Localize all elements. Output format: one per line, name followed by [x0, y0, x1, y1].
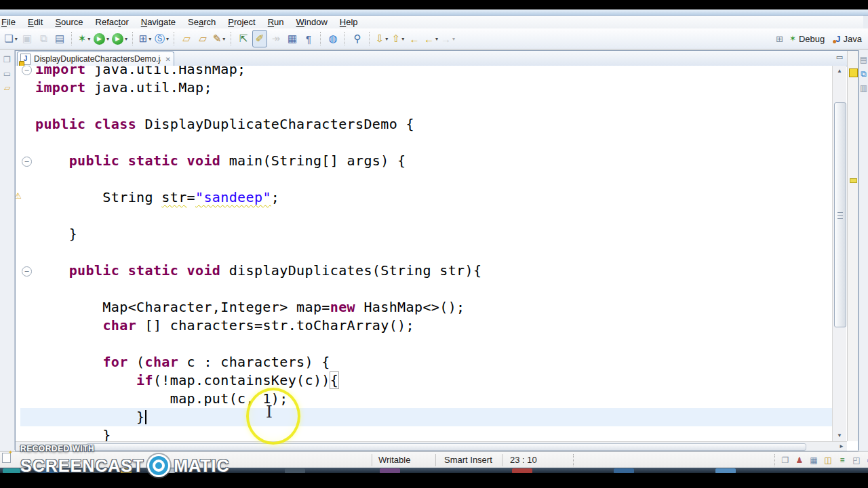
- run-last-button[interactable]: ▶▾: [111, 30, 128, 47]
- perspective-java-button[interactable]: J Java: [831, 31, 867, 47]
- right-fast-view-bar: ▤⧉▥: [859, 50, 868, 450]
- back-button[interactable]: ←▾: [423, 30, 439, 47]
- save-all-icon: ⧉: [40, 33, 47, 45]
- vertical-scrollbar-thumb[interactable]: [834, 102, 846, 327]
- console-icon[interactable]: ▭: [865, 455, 868, 466]
- forward-icon: →: [441, 33, 451, 45]
- table-view-icon[interactable]: ▦: [808, 455, 819, 466]
- menu-run[interactable]: Run: [262, 16, 290, 28]
- top-black-bar: [0, 0, 868, 9]
- open-editor-icon[interactable]: ◰: [851, 455, 862, 466]
- code-editor[interactable]: –––⚠ import java.util.HashMap;import jav…: [16, 66, 832, 441]
- open-web-browser-button[interactable]: ◍: [326, 30, 340, 47]
- menu-window[interactable]: Window: [290, 16, 334, 28]
- next-annotation-button[interactable]: ⇩▾: [374, 30, 389, 47]
- code-line-2: import java.util.Map;: [35, 79, 212, 97]
- dropdown-caret-icon[interactable]: ▾: [435, 36, 438, 42]
- previous-annotation-icon: ⇧: [392, 33, 401, 45]
- dropdown-caret-icon[interactable]: ▾: [166, 36, 169, 42]
- print-margin-icon[interactable]: ▤: [859, 55, 868, 64]
- annotate-button[interactable]: ✎▾: [212, 30, 226, 47]
- retarget-actions-button[interactable]: ↠: [269, 30, 283, 47]
- code-line-1: import java.util.HashMap;: [35, 66, 246, 79]
- save-all-button[interactable]: ⧉: [36, 30, 51, 47]
- dropdown-caret-icon[interactable]: ▾: [385, 36, 388, 42]
- dropdown-caret-icon[interactable]: ▾: [106, 36, 109, 42]
- code-line-10: }: [35, 225, 77, 243]
- debug-icon: ✶: [78, 33, 87, 45]
- warning-line-marker[interactable]: [850, 178, 857, 183]
- toolbar-separator: [344, 32, 346, 45]
- perspective-debug-button[interactable]: ✶ Debug: [785, 31, 829, 47]
- scroll-right-icon[interactable]: ►: [839, 442, 844, 451]
- show-whitespace-button[interactable]: ¶: [301, 30, 316, 47]
- dropdown-caret-icon[interactable]: ▾: [149, 36, 151, 42]
- overview-ruler[interactable]: [847, 51, 858, 441]
- dropdown-caret-icon[interactable]: ▾: [15, 36, 18, 42]
- save-button[interactable]: ▣: [20, 30, 35, 47]
- menu-bar: FileEditSourceRefactorNavigateSearchProj…: [0, 16, 863, 28]
- fold-collapse-icon[interactable]: –: [22, 157, 32, 167]
- show-selected-element-button[interactable]: ▦: [285, 30, 300, 47]
- document-view-icon[interactable]: ▥: [859, 83, 868, 93]
- last-edit-location-button[interactable]: ←: [407, 30, 422, 47]
- fast-view-icon[interactable]: ❐: [780, 455, 791, 466]
- menu-file[interactable]: File: [0, 16, 22, 28]
- previous-annotation-button[interactable]: ⇧▾: [391, 30, 406, 47]
- menu-source[interactable]: Source: [49, 16, 89, 28]
- horizontal-scrollbar[interactable]: ◄ ►: [16, 441, 847, 451]
- scroll-down-icon[interactable]: ▼: [833, 430, 846, 441]
- dropdown-caret-icon[interactable]: ▾: [87, 36, 90, 42]
- fold-collapse-icon[interactable]: –: [22, 66, 32, 75]
- menu-edit[interactable]: Edit: [22, 16, 49, 28]
- vertical-scrollbar[interactable]: ▲ ▼: [832, 66, 846, 441]
- open-perspective-icon[interactable]: ⊞: [776, 34, 783, 44]
- print-button[interactable]: ▤: [52, 30, 67, 47]
- menu-project[interactable]: Project: [222, 16, 261, 28]
- menu-search[interactable]: Search: [182, 16, 222, 28]
- open-type-button[interactable]: ▱: [179, 30, 194, 47]
- filters-icon[interactable]: ◫: [823, 455, 833, 466]
- tree-view-icon[interactable]: ≡: [837, 455, 848, 466]
- open-resource-button[interactable]: ▱: [195, 30, 210, 47]
- warning-summary-marker[interactable]: [849, 68, 858, 77]
- horizontal-scrollbar-thumb[interactable]: [86, 443, 806, 451]
- new-wizard-button[interactable]: ❏▾: [3, 30, 18, 47]
- editor-frame: J DisplayDuplicateCharactersDemo.java ✕ …: [15, 50, 859, 451]
- go-to-last-edit-button[interactable]: ⇱: [236, 30, 251, 47]
- status-bar: Writable Smart Insert 23 : 10 ❐♟▦◫≡◰▭: [0, 451, 868, 468]
- fold-collapse-icon[interactable]: –: [22, 266, 32, 277]
- editor-tab[interactable]: J DisplayDuplicateCharactersDemo.java ✕: [17, 52, 174, 66]
- new-java-project-button[interactable]: ⊞▾: [138, 30, 153, 47]
- restore-view-icon[interactable]: ❐: [0, 55, 14, 64]
- mark-occurrences-button[interactable]: ✐: [252, 30, 267, 47]
- tab-close-icon[interactable]: ✕: [165, 56, 171, 63]
- menu-refactor[interactable]: Refactor: [90, 16, 135, 28]
- external-tools-button[interactable]: Ⓢ▾: [154, 30, 170, 47]
- dropdown-caret-icon[interactable]: ▾: [222, 36, 225, 42]
- code-line-6: public static void main(String[] args) {: [35, 152, 406, 170]
- minimize-view-icon[interactable]: ▭: [836, 53, 843, 62]
- warning-marker-icon[interactable]: ⚠: [16, 191, 22, 201]
- forward-button[interactable]: →▾: [440, 30, 456, 47]
- run-button[interactable]: ▶▾: [93, 30, 110, 47]
- restore-view-2-icon[interactable]: ▭: [0, 69, 14, 79]
- scroll-up-icon[interactable]: ▲: [833, 66, 846, 77]
- dropdown-caret-icon[interactable]: ▾: [125, 36, 127, 42]
- editor-pin-icon[interactable]: [2, 453, 11, 463]
- debug-button[interactable]: ✶▾: [77, 30, 92, 47]
- toolbar-separator: [132, 32, 134, 45]
- search-button[interactable]: ⚲: [350, 30, 365, 47]
- dropdown-caret-icon[interactable]: ▾: [401, 36, 404, 42]
- problems-icon[interactable]: ♟: [794, 455, 805, 466]
- outline-icon[interactable]: ⧉: [859, 69, 868, 79]
- toolbar-separator: [231, 32, 232, 45]
- menu-help[interactable]: Help: [334, 16, 364, 28]
- open-resource-icon: ▱: [199, 33, 207, 45]
- left-fast-view-bar: ❐▭▱: [0, 50, 15, 450]
- dropdown-caret-icon[interactable]: ▾: [452, 36, 455, 42]
- package-explorer-icon[interactable]: ▱: [0, 83, 14, 93]
- menu-navigate[interactable]: Navigate: [135, 16, 182, 28]
- scroll-left-icon[interactable]: ◄: [18, 442, 24, 451]
- save-icon: ▣: [22, 33, 32, 45]
